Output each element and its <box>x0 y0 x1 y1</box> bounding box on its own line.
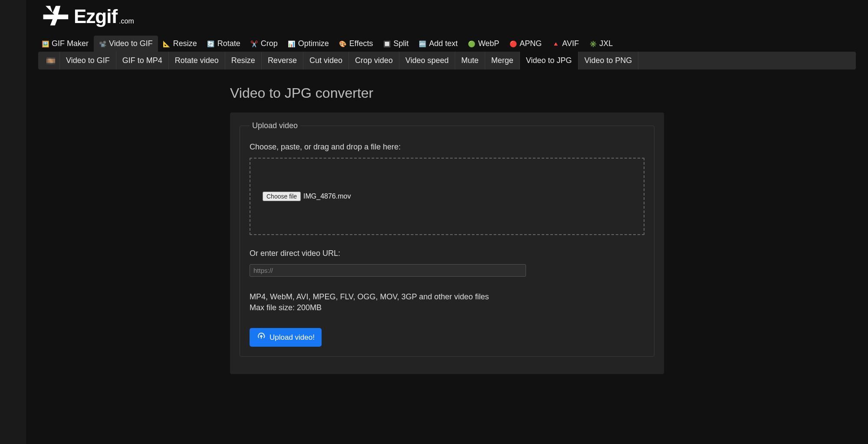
nav-secondary-item[interactable]: GIF to MP4 <box>116 52 169 70</box>
nav-primary-item[interactable]: 🔺AVIF <box>547 36 584 52</box>
secondary-nav: 🎞️ Video to GIFGIF to MP4Rotate videoRes… <box>38 52 856 70</box>
nav-item-label: Rotate <box>217 39 240 48</box>
nav-item-icon: 🔲 <box>384 40 391 47</box>
nav-primary-item[interactable]: 🔲Split <box>378 36 414 52</box>
nav-secondary-item[interactable]: Merge <box>485 52 520 70</box>
nav-secondary-item[interactable]: Crop video <box>349 52 399 70</box>
upload-panel: Upload video Choose, paste, or drag and … <box>230 113 664 374</box>
url-input[interactable] <box>250 264 526 277</box>
choose-file-label: Choose, paste, or drag and drop a file h… <box>250 142 644 152</box>
nav-secondary-item[interactable]: Mute <box>455 52 485 70</box>
logo-icon <box>42 4 69 29</box>
nav-item-label: AVIF <box>562 39 579 48</box>
site-header: Ezgif .com <box>38 0 856 36</box>
file-dropzone[interactable]: Choose file IMG_4876.mov <box>250 158 644 235</box>
nav-primary-item[interactable]: 🔴APNG <box>504 36 547 52</box>
nav-primary-item[interactable]: ✂️Crop <box>246 36 283 52</box>
url-label: Or enter direct video URL: <box>250 249 644 258</box>
choose-file-button[interactable]: Choose file <box>263 192 301 201</box>
nav-item-label: Split <box>394 39 409 48</box>
upload-submit-label: Upload video! <box>270 333 315 342</box>
nav-primary-item[interactable]: 🔄Rotate <box>202 36 246 52</box>
nav-secondary-item[interactable]: Video to PNG <box>579 52 639 70</box>
nav-item-icon: 🔴 <box>510 40 516 47</box>
nav-item-icon: 🟢 <box>468 40 475 47</box>
nav-primary-item[interactable]: 🟢WebP <box>463 36 505 52</box>
nav-primary-item[interactable]: 📊Optimize <box>283 36 334 52</box>
nav-item-label: Crop <box>261 39 278 48</box>
nav-item-icon: 🔺 <box>552 40 559 47</box>
logo-text[interactable]: Ezgif <box>74 6 117 27</box>
nav-primary-item[interactable]: 📐Resize <box>158 36 202 52</box>
upload-icon <box>256 332 266 343</box>
upload-legend: Upload video <box>250 121 300 130</box>
nav-secondary-item[interactable]: Video to JPG <box>520 52 579 70</box>
nav-item-label: GIF Maker <box>52 39 89 48</box>
nav-secondary-item[interactable]: Video speed <box>399 52 455 70</box>
left-gutter <box>0 0 26 444</box>
nav-secondary-item[interactable]: Resize <box>225 52 262 70</box>
nav-item-label: Optimize <box>298 39 329 48</box>
nav-primary-item[interactable]: 🎨Effects <box>334 36 378 52</box>
upload-hints: MP4, WebM, AVI, MPEG, FLV, OGG, MOV, 3GP… <box>250 292 644 313</box>
nav-item-label: Add text <box>429 39 458 48</box>
selected-file-name: IMG_4876.mov <box>303 192 351 200</box>
nav-item-icon: 📊 <box>288 40 295 47</box>
nav-primary-item[interactable]: 🔤Add text <box>414 36 463 52</box>
formats-hint: MP4, WebM, AVI, MPEG, FLV, OGG, MOV, 3GP… <box>250 292 644 302</box>
page-title: Video to JPG converter <box>230 85 664 101</box>
nav-item-label: Resize <box>173 39 197 48</box>
primary-nav: 🖼️GIF Maker📽️Video to GIF📐Resize🔄Rotate✂… <box>36 36 856 52</box>
nav-item-icon: 🖼️ <box>42 40 49 47</box>
nav-item-icon: 📐 <box>163 40 170 47</box>
nav-item-label: Effects <box>349 39 373 48</box>
logo-tld: .com <box>119 17 134 25</box>
upload-submit-button[interactable]: Upload video! <box>250 328 322 347</box>
nav-secondary-item[interactable]: Cut video <box>303 52 349 70</box>
film-icon: 🎞️ <box>42 52 60 70</box>
nav-item-icon: 🎨 <box>339 40 346 47</box>
nav-item-label: APNG <box>519 39 542 48</box>
nav-item-icon: 📽️ <box>99 40 106 47</box>
nav-item-label: JXL <box>599 39 613 48</box>
nav-item-label: Video to GIF <box>109 39 153 48</box>
nav-secondary-item[interactable]: Video to GIF <box>60 52 116 70</box>
max-size-hint: Max file size: 200MB <box>250 302 644 313</box>
nav-item-icon: 🔄 <box>207 40 214 47</box>
nav-primary-item[interactable]: 🖼️GIF Maker <box>36 36 94 52</box>
nav-item-label: WebP <box>478 39 500 48</box>
nav-item-icon: ✳️ <box>589 40 596 47</box>
nav-primary-item[interactable]: ✳️JXL <box>584 36 618 52</box>
nav-secondary-item[interactable]: Reverse <box>262 52 303 70</box>
nav-item-icon: ✂️ <box>251 40 258 47</box>
nav-primary-item[interactable]: 📽️Video to GIF <box>94 36 158 52</box>
nav-item-icon: 🔤 <box>419 40 426 47</box>
nav-secondary-item[interactable]: Rotate video <box>169 52 225 70</box>
upload-fieldset: Upload video Choose, paste, or drag and … <box>240 121 654 357</box>
